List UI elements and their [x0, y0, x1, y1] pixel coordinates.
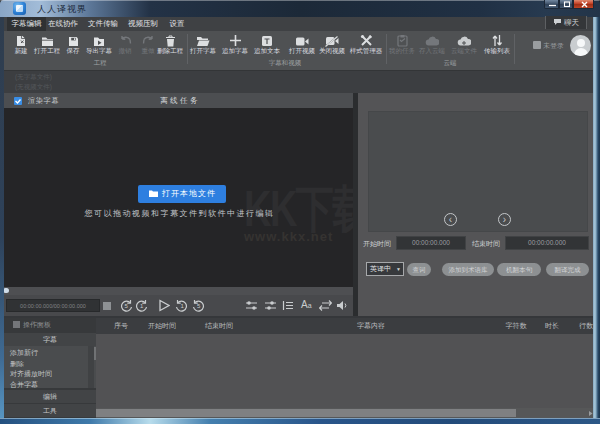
svg-text:5: 5: [197, 303, 201, 309]
svg-text:1: 1: [181, 303, 185, 309]
svg-text:1: 1: [140, 303, 144, 309]
svg-text:5: 5: [125, 303, 129, 309]
